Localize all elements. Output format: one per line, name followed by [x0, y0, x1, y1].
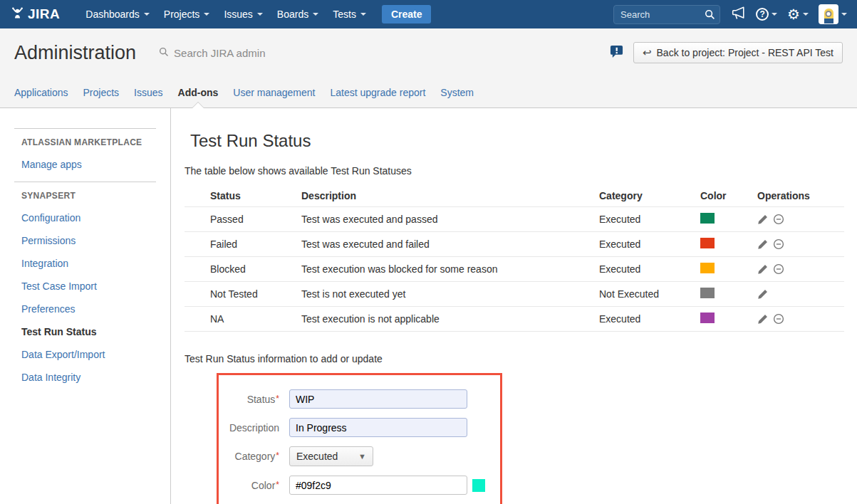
- return-arrow-icon: ↩: [643, 46, 652, 59]
- column-header-operations: Operations: [757, 190, 844, 201]
- sidebar-divider: [14, 128, 156, 129]
- category-select[interactable]: Executed ▼: [289, 446, 373, 466]
- nav-item-tests[interactable]: Tests: [333, 9, 366, 20]
- admin-sidebar: ATLASSIAN MARKETPLACE Manage apps SYNAPS…: [0, 108, 171, 504]
- required-marker: *: [276, 394, 279, 404]
- search-icon: [159, 47, 169, 59]
- color-swatch: [700, 263, 715, 273]
- nav-item-projects[interactable]: Projects: [164, 9, 210, 20]
- table-header-row: Status Description Category Color Operat…: [185, 185, 844, 206]
- sidebar-item-preferences[interactable]: Preferences: [21, 303, 170, 315]
- category-cell: Executed: [599, 263, 700, 275]
- sidebar-item-test-case-import[interactable]: Test Case Import: [21, 280, 170, 292]
- nav-item-boards[interactable]: Boards: [277, 9, 318, 20]
- tab-user-management[interactable]: User management: [233, 77, 315, 107]
- admin-settings-menu[interactable]: ⚙: [787, 7, 809, 21]
- table-row: Passed Test was executed and passed Exec…: [185, 206, 844, 231]
- tab-applications[interactable]: Applications: [14, 77, 68, 107]
- nav-item-label: Projects: [164, 9, 200, 20]
- sidebar-item-permissions[interactable]: Permissions: [21, 235, 170, 246]
- chevron-down-icon: ▼: [358, 452, 366, 461]
- description-cell: Test was executed and failed: [301, 238, 599, 250]
- tab-add-ons[interactable]: Add-ons: [178, 77, 219, 107]
- sidebar-item-data-integrity[interactable]: Data Integrity: [21, 372, 170, 383]
- sidebar-item-manage-apps[interactable]: Manage apps: [21, 159, 170, 170]
- admin-header: Administration ↩ Back to project: Projec…: [0, 28, 857, 77]
- sidebar-item-data-export-import[interactable]: Data Export/Import: [21, 349, 170, 360]
- table-row: Blocked Test execution was blocked for s…: [185, 256, 844, 281]
- category-cell: Not Executed: [599, 288, 700, 300]
- form-row-description: Description: [219, 418, 500, 437]
- sidebar-divider: [14, 182, 156, 182]
- jira-brand-text: JIRA: [28, 6, 60, 22]
- create-button[interactable]: Create: [382, 5, 432, 23]
- nav-item-label: Issues: [224, 9, 252, 20]
- chevron-down-icon: [257, 13, 263, 16]
- back-to-project-button[interactable]: ↩ Back to project: Project - REST API Te…: [633, 42, 843, 63]
- status-input[interactable]: [289, 389, 467, 409]
- color-swatch: [700, 288, 715, 298]
- color-field-label: Color*: [219, 480, 279, 491]
- description-cell: Test is not executed yet: [301, 288, 599, 300]
- form-row-color: Color*: [219, 476, 500, 495]
- top-navigation-bar: JIRA Dashboards Projects Issues Boards T…: [0, 0, 857, 28]
- main-content: Test Run Status The table below shows av…: [171, 108, 857, 504]
- user-menu[interactable]: [819, 4, 847, 24]
- announcements-button[interactable]: [730, 6, 746, 23]
- table-row: Not Tested Test is not executed yet Not …: [185, 281, 844, 306]
- column-header-color: Color: [700, 190, 757, 201]
- status-cell: Passed: [210, 214, 301, 225]
- table-intro-text: The table below shows available Test Run…: [185, 165, 844, 177]
- remove-icon[interactable]: [773, 238, 784, 250]
- category-cell: Executed: [599, 238, 700, 250]
- edit-icon[interactable]: [757, 264, 768, 275]
- admin-search: [159, 47, 302, 59]
- jira-logo[interactable]: JIRA: [10, 6, 60, 23]
- status-cell: Blocked: [210, 263, 301, 275]
- megaphone-icon: [730, 6, 746, 23]
- search-icon[interactable]: [705, 9, 715, 22]
- page-title: Administration: [14, 42, 136, 64]
- chevron-down-icon: [360, 13, 366, 16]
- edit-icon[interactable]: [757, 214, 768, 225]
- edit-icon[interactable]: [757, 289, 768, 300]
- tab-latest-upgrade-report[interactable]: Latest upgrade report: [330, 77, 425, 107]
- global-search: [613, 5, 720, 24]
- description-cell: Test execution is not applicable: [301, 313, 599, 325]
- avatar: [819, 4, 838, 24]
- tab-projects[interactable]: Projects: [83, 77, 120, 107]
- status-field-label: Status*: [219, 394, 279, 405]
- sidebar-item-integration[interactable]: Integration: [21, 258, 170, 269]
- edit-icon[interactable]: [757, 239, 768, 250]
- color-input[interactable]: [289, 476, 467, 495]
- feedback-icon[interactable]: [610, 45, 623, 61]
- required-marker: *: [276, 451, 279, 461]
- tab-issues[interactable]: Issues: [134, 77, 162, 107]
- chevron-down-icon: [204, 13, 209, 16]
- section-title: Test Run Status: [190, 131, 844, 151]
- description-field-label: Description: [219, 422, 279, 434]
- form-intro-text: Test Run Status information to add or up…: [185, 353, 844, 364]
- color-swatch: [700, 313, 715, 323]
- edit-icon[interactable]: [757, 314, 768, 325]
- status-cell: Not Tested: [210, 288, 301, 300]
- chevron-down-icon: [841, 13, 847, 16]
- add-status-form: Status* Description Category* Executed ▼…: [217, 373, 502, 504]
- tab-system[interactable]: System: [440, 77, 474, 107]
- color-swatch: [700, 238, 715, 248]
- remove-icon[interactable]: [773, 263, 784, 275]
- remove-icon[interactable]: [773, 214, 784, 225]
- nav-item-issues[interactable]: Issues: [224, 9, 262, 20]
- admin-search-input[interactable]: [174, 47, 302, 59]
- description-input[interactable]: [289, 418, 467, 437]
- help-menu[interactable]: ?: [756, 8, 777, 21]
- sidebar-item-test-run-status[interactable]: Test Run Status: [21, 326, 170, 337]
- color-swatch: [700, 213, 715, 224]
- nav-item-label: Tests: [333, 9, 356, 20]
- sidebar-heading-synapsert: SYNAPSERT: [21, 191, 170, 201]
- remove-icon[interactable]: [773, 313, 784, 325]
- admin-tabs: Applications Projects Issues Add-ons Use…: [0, 77, 857, 108]
- sidebar-item-configuration[interactable]: Configuration: [21, 212, 170, 224]
- nav-item-dashboards[interactable]: Dashboards: [85, 9, 150, 20]
- column-header-category: Category: [599, 190, 700, 201]
